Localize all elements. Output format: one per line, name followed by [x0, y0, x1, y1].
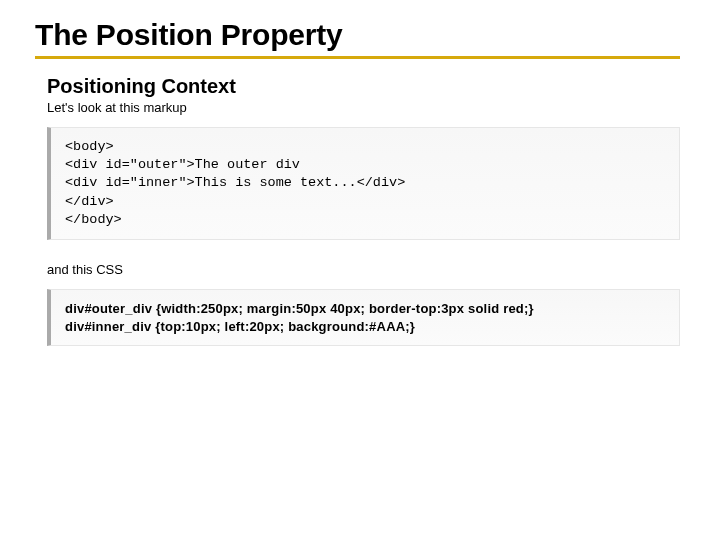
mid-text: and this CSS [47, 262, 680, 277]
section-subtitle: Positioning Context [47, 75, 680, 98]
code-block-html: <body> <div id="outer">The outer div <di… [47, 127, 680, 240]
intro-text: Let's look at this markup [47, 100, 680, 115]
page-title: The Position Property [35, 18, 680, 59]
content-area: Positioning Context Let's look at this m… [35, 75, 680, 346]
code-block-css: div#outer_div {width:250px; margin:50px … [47, 289, 680, 346]
